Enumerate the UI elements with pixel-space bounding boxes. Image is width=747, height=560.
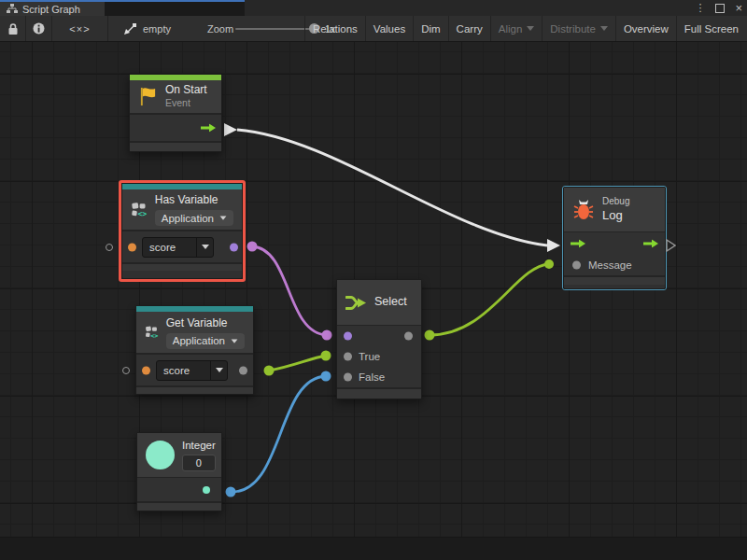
port-label: Message — [588, 259, 632, 271]
node-footer — [130, 141, 221, 151]
chevron-down-icon — [527, 26, 534, 31]
selection-output-port[interactable] — [404, 332, 413, 341]
variable-name-dropdown[interactable]: score — [156, 360, 228, 381]
wire-endpoint — [322, 330, 332, 341]
node-on-start[interactable]: On Start Event — [129, 74, 222, 152]
node-footer — [136, 385, 253, 394]
node-get-variable[interactable]: <> Get Variable Application score — [135, 305, 254, 395]
true-input-port[interactable] — [344, 353, 352, 361]
node-footer — [564, 275, 665, 285]
flow-wire-start-arrow — [224, 123, 237, 136]
node-title: Integer — [182, 439, 216, 452]
integer-output-port[interactable] — [203, 486, 210, 494]
relations-button[interactable]: Relations — [304, 16, 365, 41]
align-button[interactable]: Align — [490, 16, 543, 41]
distribute-button[interactable]: Distribute — [542, 16, 615, 41]
svg-text:<>: <> — [150, 332, 158, 340]
window-menu-icon[interactable]: ⋮ — [695, 3, 705, 13]
tab-script-graph[interactable]: Script Graph — [0, 2, 105, 16]
integer-icon — [146, 441, 175, 469]
node-footer — [337, 387, 421, 399]
canvas-bottom-strip — [0, 537, 747, 560]
wire-endpoint — [544, 259, 554, 269]
lock-icon — [7, 22, 19, 35]
integer-value-field[interactable]: 0 — [182, 455, 216, 471]
node-title: Get Variable — [166, 316, 245, 330]
overview-button[interactable]: Overview — [615, 16, 676, 41]
boolean-output-port[interactable] — [230, 243, 238, 251]
wire-endpoint — [247, 242, 258, 252]
message-input-port[interactable] — [572, 261, 581, 270]
wire-getvariable-to-select-true[interactable] — [269, 356, 326, 371]
wire-endpoint — [226, 487, 236, 497]
unconnected-port-indicator — [106, 244, 113, 251]
pointer-icon — [123, 22, 137, 35]
flow-wire-end-arrow — [547, 239, 560, 252]
code-icon: <×> — [69, 23, 90, 35]
trigger-output-port[interactable] — [643, 240, 658, 248]
selection-outline-red: <> Has Variable Application score — [119, 180, 246, 282]
variable-icon: <> — [145, 321, 159, 343]
graph-canvas[interactable]: On Start Event — [0, 42, 747, 560]
dropdown-button[interactable] — [210, 361, 227, 380]
wire-endpoint — [321, 351, 331, 361]
false-input-port[interactable] — [344, 373, 352, 382]
flag-icon — [138, 86, 158, 107]
fullscreen-button[interactable]: Full Screen — [676, 16, 746, 41]
dim-button[interactable]: Dim — [413, 16, 447, 41]
node-footer — [137, 501, 221, 511]
wire-endpoint — [321, 371, 331, 382]
chevron-down-icon — [220, 216, 227, 219]
code-view-button[interactable]: <×> — [52, 16, 108, 41]
zoom-label: Zoom — [207, 16, 233, 41]
node-footer — [122, 262, 242, 271]
scope-dropdown[interactable]: Application — [155, 210, 233, 226]
close-icon[interactable]: × — [735, 2, 742, 14]
trigger-output-port[interactable] — [201, 124, 216, 133]
tab-bar: Script Graph ⋮ × — [0, 0, 747, 16]
select-icon — [345, 294, 367, 312]
node-debug-log[interactable]: Debug Log Message — [563, 187, 666, 289]
graph-toolbar: <×> empty Zoom 1x Relations Values Dim C… — [0, 16, 747, 42]
name-input-port[interactable] — [128, 243, 136, 251]
node-title: Has Variable — [155, 193, 233, 207]
lock-button[interactable] — [0, 16, 26, 41]
wire-onstart-to-debuglog[interactable] — [237, 130, 547, 245]
wire-select-to-debuglog-message[interactable] — [430, 264, 549, 335]
name-input-port[interactable] — [142, 366, 150, 374]
port-label: True — [359, 351, 380, 362]
dropdown-button[interactable] — [196, 238, 213, 257]
carry-button[interactable]: Carry — [448, 16, 490, 41]
selection-label: empty — [143, 23, 171, 35]
unconnected-trigger-indicator — [666, 239, 676, 252]
condition-input-port[interactable] — [344, 332, 352, 341]
node-title: Select — [374, 295, 407, 310]
node-select[interactable]: Select True False — [336, 279, 422, 399]
script-graph-window: Script Graph ⋮ × <×> — [0, 0, 747, 560]
selection-outline-blue: Debug Log Message — [562, 186, 667, 290]
variable-name-dropdown[interactable]: score — [142, 237, 214, 258]
scope-dropdown[interactable]: Application — [166, 333, 245, 349]
chevron-down-icon — [600, 26, 608, 31]
value-output-port[interactable] — [239, 366, 247, 374]
wire-hasvariable-to-select[interactable] — [252, 246, 327, 335]
values-button[interactable]: Values — [365, 16, 413, 41]
wire-endpoint — [264, 366, 275, 376]
variable-icon: <> — [131, 199, 148, 221]
node-has-variable[interactable]: <> Has Variable Application score — [121, 183, 243, 279]
port-label: False — [359, 371, 385, 383]
svg-text:<>: <> — [137, 209, 147, 218]
chevron-down-icon — [232, 339, 238, 343]
inspector-button[interactable] — [26, 16, 52, 41]
selection-indicator: empty — [123, 16, 171, 41]
trigger-input-port[interactable] — [571, 240, 585, 248]
node-subtitle: Event — [165, 97, 207, 109]
wire-endpoint — [425, 330, 435, 341]
node-title: Log — [602, 208, 629, 223]
bug-icon — [572, 199, 595, 220]
graph-icon — [7, 4, 18, 14]
tab-label: Script Graph — [22, 4, 80, 15]
info-icon — [33, 22, 45, 35]
node-integer[interactable]: Integer 0 — [136, 432, 222, 511]
maximize-icon[interactable] — [715, 4, 725, 13]
